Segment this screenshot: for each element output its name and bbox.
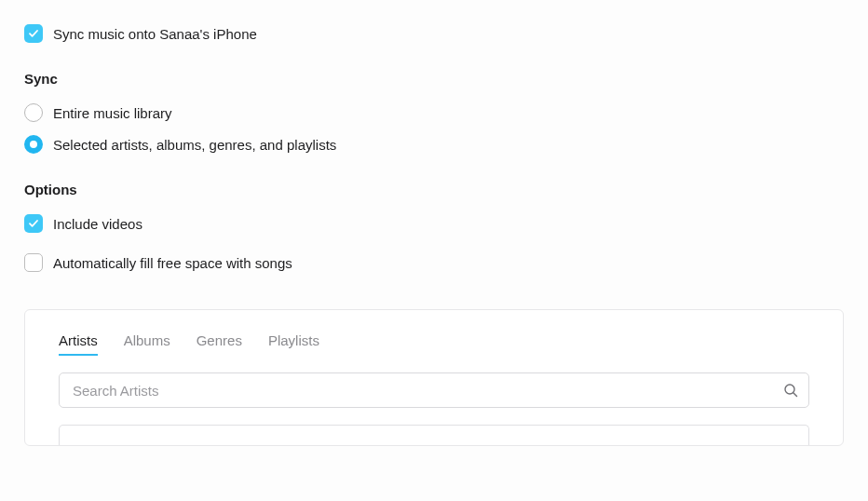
sync-music-row: Sync music onto Sanaa's iPhone	[24, 24, 844, 43]
radio-entire-library[interactable]	[24, 103, 43, 122]
check-icon	[28, 28, 39, 39]
include-videos-row: Include videos	[24, 214, 844, 233]
check-icon	[28, 218, 39, 229]
content-panel: Artists Albums Genres Playlists	[24, 309, 844, 446]
artist-list[interactable]	[59, 425, 809, 445]
search-wrap	[59, 372, 809, 408]
sync-music-label: Sync music onto Sanaa's iPhone	[53, 26, 257, 42]
auto-fill-row: Automatically fill free space with songs	[24, 253, 844, 272]
tab-albums[interactable]: Albums	[124, 332, 170, 356]
search-input[interactable]	[59, 372, 809, 408]
search-icon	[783, 383, 798, 398]
include-videos-checkbox[interactable]	[24, 214, 43, 233]
svg-line-1	[793, 393, 797, 397]
tab-genres[interactable]: Genres	[197, 332, 242, 356]
sync-music-checkbox[interactable]	[24, 24, 43, 43]
tab-artists[interactable]: Artists	[59, 332, 98, 356]
radio-selected-items[interactable]	[24, 135, 43, 154]
content-tabs: Artists Albums Genres Playlists	[59, 332, 809, 356]
auto-fill-checkbox[interactable]	[24, 253, 43, 272]
sync-option-selected-row: Selected artists, albums, genres, and pl…	[24, 135, 844, 154]
tab-playlists[interactable]: Playlists	[268, 332, 319, 356]
sync-heading: Sync	[24, 71, 844, 87]
include-videos-label: Include videos	[53, 216, 142, 232]
radio-selected-items-label: Selected artists, albums, genres, and pl…	[53, 137, 336, 153]
radio-entire-library-label: Entire music library	[53, 105, 172, 121]
svg-point-0	[785, 385, 794, 394]
options-heading: Options	[24, 182, 844, 197]
auto-fill-label: Automatically fill free space with songs	[53, 255, 292, 271]
sync-option-entire-row: Entire music library	[24, 103, 844, 122]
